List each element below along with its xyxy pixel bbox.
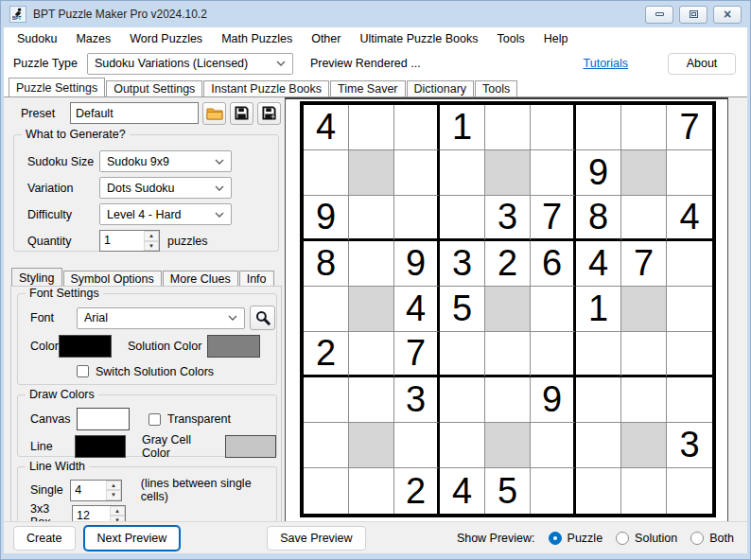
difficulty-combobox[interactable]: Level 4 - Hard — [99, 203, 232, 225]
chevron-down-icon — [215, 185, 224, 191]
font-preview-button[interactable] — [250, 306, 275, 330]
menu-item-tools[interactable]: Tools — [487, 28, 533, 49]
sudoku-cell-given: 7 — [621, 241, 667, 287]
sudoku-cell-empty — [531, 423, 576, 468]
tab-puzzle-settings[interactable]: Puzzle Settings — [9, 78, 105, 96]
sudoku-cell-given: 3 — [667, 423, 712, 468]
about-button[interactable]: About — [668, 53, 736, 75]
menu-item-sudoku[interactable]: Sudoku — [8, 28, 66, 49]
save-preview-button[interactable]: Save Preview — [267, 526, 365, 551]
sudoku-cell-empty — [485, 150, 531, 196]
sudoku-cell-given: 3 — [394, 377, 440, 423]
box-width-value: 12 — [73, 506, 110, 522]
radio-label: Solution — [635, 532, 677, 545]
draw-colors-title: Draw Colors — [26, 388, 98, 401]
sudoku-size-combobox[interactable]: Sudoku 9x9 — [99, 150, 232, 172]
solution-color-swatch[interactable] — [207, 335, 260, 358]
box-width-stepper[interactable]: 12 ▲▼ — [72, 505, 126, 522]
settings-panel: Preset Default — [9, 97, 283, 521]
tab-time-saver[interactable]: Time Saver — [330, 80, 405, 96]
gray-cell-color-label: Gray Cell Color — [142, 433, 219, 460]
folder-icon — [206, 107, 223, 120]
single-width-stepper[interactable]: 4 ▲▼ — [70, 480, 122, 501]
save-icon — [235, 106, 249, 120]
maximize-button[interactable] — [679, 6, 707, 24]
show-preview-radio-puzzle[interactable]: Puzzle — [549, 532, 603, 545]
spin-down-icon[interactable]: ▼ — [144, 241, 159, 252]
font-color-label: Color — [30, 340, 59, 353]
spin-up-icon[interactable]: ▲ — [106, 481, 121, 491]
canvas-label: Canvas — [30, 412, 77, 426]
menu-item-ultimate-puzzle-books[interactable]: Ultimate Puzzle Books — [350, 28, 487, 49]
switch-solution-colors-checkbox[interactable] — [77, 365, 89, 377]
spin-down-icon[interactable]: ▼ — [110, 516, 125, 521]
style-tab-styling[interactable]: Styling — [11, 268, 62, 286]
tab-output-settings[interactable]: Output Settings — [106, 80, 202, 96]
line-color-swatch[interactable] — [75, 435, 126, 458]
quantity-suffix: puzzles — [167, 235, 207, 248]
menu-item-other[interactable]: Other — [302, 28, 350, 49]
menu-item-word-puzzles[interactable]: Word Puzzles — [120, 28, 212, 49]
close-button[interactable]: × — [713, 6, 742, 24]
line-width-title: Line Width — [26, 460, 89, 473]
title-bar: BPT BPT Puzzle Maker Pro v2024.10.2 × — [1, 1, 750, 27]
transparent-checkbox[interactable] — [148, 413, 161, 426]
sudoku-cell-given: 3 — [440, 241, 485, 287]
menu-item-math-puzzles[interactable]: Math Puzzles — [212, 28, 302, 49]
spin-up-icon[interactable]: ▲ — [110, 506, 125, 516]
preset-input[interactable]: Default — [70, 102, 199, 124]
transparent-label: Transparent — [167, 412, 231, 426]
sudoku-cell-empty — [531, 105, 576, 150]
quantity-stepper[interactable]: 1 ▲ ▼ — [99, 230, 160, 252]
minimize-button[interactable] — [645, 6, 673, 24]
svg-text:BPT: BPT — [12, 16, 21, 21]
line-width-group: Line Width Single 4 ▲▼ (lines between si… — [17, 466, 277, 521]
chevron-down-icon — [215, 159, 224, 165]
sudoku-cell-empty — [485, 377, 531, 423]
sudoku-cell-empty — [349, 105, 394, 150]
variation-combobox[interactable]: Dots Sudoku — [99, 177, 232, 199]
create-button[interactable]: Create — [13, 526, 76, 551]
sudoku-cell-empty — [531, 332, 576, 377]
gray-cell-color-swatch[interactable] — [225, 435, 276, 458]
next-preview-button[interactable]: Next Preview — [84, 526, 181, 551]
sudoku-cell-given: 8 — [576, 196, 621, 241]
show-preview-radio-solution[interactable]: Solution — [616, 532, 677, 545]
show-preview-radio-both[interactable]: Both — [690, 532, 734, 545]
tab-dictionary[interactable]: Dictionary — [407, 80, 475, 96]
tab-tools[interactable]: Tools — [475, 80, 517, 96]
sudoku-cell-empty — [531, 150, 576, 196]
tab-instant-puzzle-books[interactable]: Instant Puzzle Books — [203, 80, 329, 96]
font-combobox[interactable]: Arial — [77, 307, 245, 329]
sudoku-cell-empty — [531, 287, 576, 332]
show-preview-options: Show Preview: PuzzleSolutionBoth — [457, 532, 734, 545]
menu-item-mazes[interactable]: Mazes — [66, 28, 120, 49]
sudoku-cell-given: 7 — [531, 196, 576, 241]
sudoku-cell-empty — [485, 105, 531, 150]
tutorials-link[interactable]: Tutorials — [584, 57, 628, 70]
font-color-swatch[interactable] — [59, 335, 112, 358]
font-value: Arial — [84, 311, 108, 324]
radio-selected-icon — [549, 532, 562, 545]
sudoku-cell-empty — [304, 423, 349, 468]
style-tab-symbol-options[interactable]: Symbol Options — [63, 271, 162, 286]
footer-bar: Create Next Preview Save Preview Show Pr… — [4, 521, 747, 553]
style-tab-info[interactable]: Info — [239, 271, 274, 286]
menu-item-help[interactable]: Help — [534, 28, 578, 49]
puzzle-type-combobox[interactable]: Sudoku Variations (Licensed) — [87, 53, 293, 75]
save-preset-button[interactable] — [230, 102, 253, 125]
sudoku-cell-empty — [621, 423, 667, 468]
app-window: BPT BPT Puzzle Maker Pro v2024.10.2 × Su… — [0, 0, 751, 560]
spin-up-icon[interactable]: ▲ — [144, 231, 159, 241]
show-preview-label: Show Preview: — [457, 532, 535, 545]
spin-down-icon[interactable]: ▼ — [106, 490, 121, 500]
style-tab-more-clues[interactable]: More Clues — [163, 271, 238, 286]
sudoku-size-label: Sudoku Size — [27, 155, 99, 168]
app-logo-icon: BPT — [9, 6, 26, 23]
save-preset-as-button[interactable] — [257, 102, 281, 125]
sudoku-cell-given: 4 — [440, 468, 485, 514]
canvas-color-swatch[interactable] — [77, 408, 130, 430]
open-preset-button[interactable] — [202, 102, 226, 125]
sudoku-cell-empty — [304, 377, 349, 423]
font-label: Font — [30, 311, 77, 324]
